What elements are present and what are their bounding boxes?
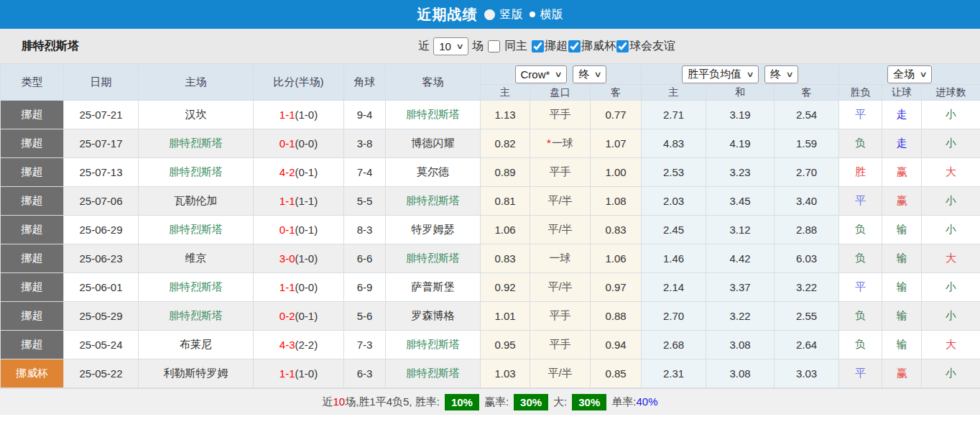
goals-status: 大 xyxy=(922,244,980,273)
league-label: 挪威杯 xyxy=(581,39,616,54)
match-date: 25-07-17 xyxy=(64,129,139,158)
fulltime-score: 1-1 xyxy=(279,195,295,207)
period-dropdown[interactable]: 全场 ∨ xyxy=(887,65,932,83)
match-score: 1-1(1-1) xyxy=(254,187,344,216)
handicap-odds-away: 1.06 xyxy=(591,244,642,273)
avg-time-dropdown[interactable]: 终 ∨ xyxy=(764,65,798,83)
avg-odds-draw: 3.08 xyxy=(706,331,775,359)
away-team: 博德闪耀 xyxy=(386,129,481,158)
result-status: 负 xyxy=(839,302,882,331)
handicap-odds-away: 0.83 xyxy=(591,216,642,244)
chevron-down-icon: ∨ xyxy=(785,70,793,79)
avg-odds-away: 3.40 xyxy=(775,187,839,216)
goals-status: 大 xyxy=(922,158,980,187)
avg-odds-dropdown-value: 胜平负均值 xyxy=(688,68,741,81)
corner-score: 5-5 xyxy=(344,187,386,216)
avg-odds-away: 2.54 xyxy=(775,101,839,129)
halftime-score: (0-1) xyxy=(295,224,318,236)
bookmaker-time-value: 终 xyxy=(578,68,589,81)
avg-odds-draw: 3.45 xyxy=(706,187,775,216)
avg-odds-draw: 3.08 xyxy=(706,359,775,388)
handicap-line: 平/半 xyxy=(530,359,591,388)
league-checkbox-2[interactable] xyxy=(616,40,629,52)
table-row: 挪超25-07-17腓特烈斯塔0-1(0-0)3-8博德闪耀0.82*一球1.0… xyxy=(1,129,980,158)
title-bar: 近期战绩 竖版 横版 xyxy=(0,0,980,29)
halftime-score: (2-2) xyxy=(295,339,318,351)
handicap-line: 平/半 xyxy=(530,216,591,244)
fulltime-score: 1-1 xyxy=(279,281,295,293)
handicap-status: 输 xyxy=(882,216,922,244)
chevron-down-icon: ∨ xyxy=(456,42,463,51)
same-home-checkbox[interactable] xyxy=(488,40,500,52)
match-score: 0-2(0-1) xyxy=(254,302,344,331)
league-type-badge: 挪威杯 xyxy=(1,359,64,388)
handicap-odds-away: 1.07 xyxy=(591,129,642,158)
chevron-down-icon: ∨ xyxy=(919,70,927,79)
handicap-odds-home: 0.95 xyxy=(481,331,530,359)
col-header-away: 客场 xyxy=(386,64,481,101)
league-type-badge: 挪超 xyxy=(1,331,64,359)
goals-status: 小 xyxy=(922,101,980,129)
recent-label: 近 xyxy=(418,39,430,54)
fulltime-score: 0-2 xyxy=(279,310,295,322)
result-status: 负 xyxy=(839,331,882,359)
league-checkbox-1[interactable] xyxy=(568,40,581,52)
league-type-badge: 挪超 xyxy=(1,158,64,187)
record-text: 场,胜1平4负5, 胜率: xyxy=(345,395,440,408)
avg-odds-draw: 4.19 xyxy=(706,129,775,158)
layout-horizontal-label: 横版 xyxy=(540,7,563,22)
early-odds-star-icon: * xyxy=(547,137,551,149)
handicap-odds-home: 1.13 xyxy=(481,101,530,129)
recent-count-dropdown[interactable]: 10 ∨ xyxy=(433,37,468,55)
corner-score: 7-3 xyxy=(344,331,386,359)
home-team: 利勒斯特罗姆 xyxy=(139,359,254,388)
layout-horizontal-radio[interactable]: 横版 xyxy=(530,7,563,22)
match-score: 0-1(0-1) xyxy=(254,216,344,244)
result-status: 负 xyxy=(839,216,882,244)
team-name: 腓特烈斯塔 xyxy=(22,39,79,54)
match-date: 25-05-22 xyxy=(64,359,139,388)
halftime-score: (1-0) xyxy=(295,252,318,265)
bookmaker-time-dropdown[interactable]: 终 ∨ xyxy=(573,65,606,83)
bookmaker-dropdown-value: Crow* xyxy=(521,68,550,81)
table-row: 挪超25-07-21汉坎1-1(1-0)9-4腓特烈斯塔1.13平手0.772.… xyxy=(1,101,980,129)
handicap-odds-home: 0.92 xyxy=(481,273,530,302)
fulltime-score: 4-3 xyxy=(279,339,295,351)
home-team: 腓特烈斯塔 xyxy=(139,273,254,302)
summary-text: 近10场,胜1平4负5, 胜率: xyxy=(322,395,439,409)
halftime-score: (0-0) xyxy=(295,137,318,150)
avg-odds-home: 2.70 xyxy=(642,302,706,331)
corner-score: 6-9 xyxy=(344,273,386,302)
match-score: 1-1(0-0) xyxy=(254,273,344,302)
handicap-odds-away: 0.88 xyxy=(591,302,642,331)
avg-odds-dropdown[interactable]: 胜平负均值 ∨ xyxy=(682,65,759,83)
goals-status: 小 xyxy=(922,273,980,302)
bookmaker-dropdown[interactable]: Crow* ∨ xyxy=(515,65,568,83)
corner-score: 5-6 xyxy=(344,302,386,331)
table-row: 挪超25-06-29腓特烈斯塔0-1(0-1)8-3特罗姆瑟1.06平/半0.8… xyxy=(1,216,980,244)
home-team: 腓特烈斯塔 xyxy=(139,129,254,158)
league-type-badge: 挪超 xyxy=(1,129,64,158)
avg-odds-away: 3.03 xyxy=(775,359,839,388)
handicap-odds-group: Crow* ∨ 终 ∨ xyxy=(481,64,642,85)
handicap-odds-home: 1.01 xyxy=(481,302,530,331)
match-date: 25-07-06 xyxy=(64,187,139,216)
match-score: 3-0(1-0) xyxy=(254,244,344,273)
goals-status: 小 xyxy=(922,216,980,244)
handicap-odds-away: 1.08 xyxy=(591,187,642,216)
league-type-badge: 挪超 xyxy=(1,216,64,244)
handicap-odds-away: 0.97 xyxy=(591,273,642,302)
summary-bar: 近10场,胜1平4负5, 胜率: 10% 赢率: 30% 大: 30% 单率:4… xyxy=(0,388,980,415)
result-status: 负 xyxy=(839,129,882,158)
handicap-status: 走 xyxy=(882,101,922,129)
match-date: 25-07-13 xyxy=(64,158,139,187)
avg-odds-home: 2.53 xyxy=(642,158,706,187)
win-rate-badge: 10% xyxy=(445,394,479,410)
result-status: 平 xyxy=(839,273,882,302)
avg-time-value: 终 xyxy=(770,68,781,81)
match-score: 1-1(1-0) xyxy=(254,359,344,388)
layout-vertical-radio[interactable]: 竖版 xyxy=(484,7,523,22)
avg-odds-draw: 3.19 xyxy=(706,101,775,129)
fulltime-score: 0-1 xyxy=(279,224,295,236)
league-checkbox-0[interactable] xyxy=(532,40,544,52)
